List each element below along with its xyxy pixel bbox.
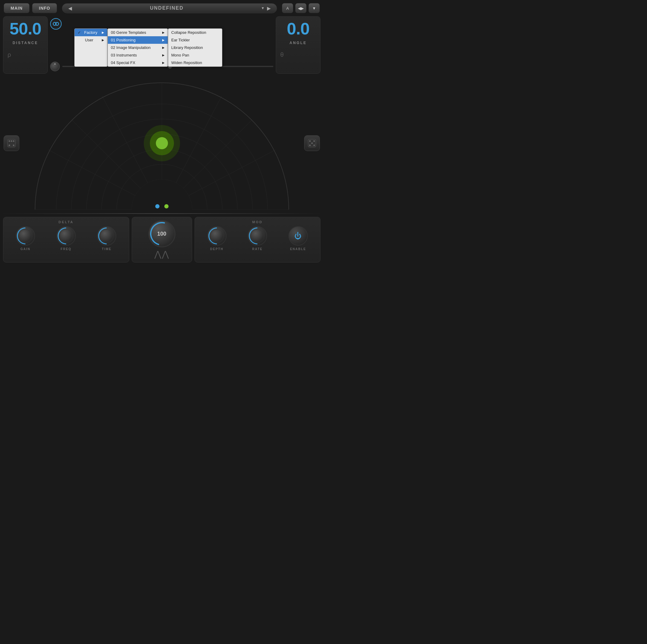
distance-label: DISTANCE <box>13 41 38 45</box>
positioning-submenu: Collapse Reposition Ear Tickler Library … <box>168 28 222 67</box>
divider <box>0 213 324 214</box>
freq-ring <box>54 224 78 248</box>
time-knob[interactable] <box>97 226 116 245</box>
main-level-knob[interactable]: 100 <box>148 220 175 247</box>
menu-collapse-reposition[interactable]: Collapse Reposition <box>168 29 222 36</box>
svg-point-7 <box>13 145 14 146</box>
small-knob[interactable] <box>50 62 60 71</box>
menu-library-reposition[interactable]: Library Reposition <box>168 44 222 51</box>
factory-menu-item[interactable]: ✓ Factory ▶ <box>75 29 107 36</box>
time-knob-container: TIME <box>97 226 116 251</box>
depth-knob-container: DEPTH <box>207 226 226 251</box>
bottom-section: DELTA GAIN FREQ <box>0 214 324 265</box>
menu-mono-pan[interactable]: Mono Pan <box>168 51 222 59</box>
time-ring <box>95 224 119 248</box>
theta-icon: θ <box>280 51 284 58</box>
preset-next-button[interactable]: ▶ <box>265 5 273 11</box>
mod-knobs-row: DEPTH RATE ⏻ ENABLE <box>198 226 317 251</box>
menu-positioning[interactable]: 01 Positioning ▶ <box>108 36 168 44</box>
special-arrow: ▶ <box>162 61 165 64</box>
user-menu-item[interactable]: User ▶ <box>75 36 107 44</box>
radar-wrapper <box>0 74 324 213</box>
indicator-row <box>155 204 168 208</box>
link-icon[interactable] <box>50 18 62 29</box>
svg-point-23 <box>313 140 315 142</box>
a-button[interactable]: A <box>282 3 293 13</box>
knob-indicator <box>54 63 56 65</box>
rate-ring <box>245 224 270 248</box>
user-label: User <box>85 38 93 42</box>
preset-area: ◀ UNDEFINED ▼ ▶ <box>62 3 277 13</box>
gain-knob-container: GAIN <box>16 226 35 251</box>
menu-ear-tickler[interactable]: Ear Tickler <box>168 36 222 44</box>
rate-label: RATE <box>252 247 263 251</box>
rate-knob-container: RATE <box>248 226 267 251</box>
preset-row: ✓ Factory ▶ User ▶ 00 Genre T <box>50 16 273 31</box>
delta-knobs-row: GAIN FREQ TIME <box>6 226 126 251</box>
dice-left-button[interactable] <box>4 135 19 151</box>
main-button[interactable]: MAIN <box>4 3 29 13</box>
menu-widen-reposition[interactable]: Widen Reposition <box>168 59 222 66</box>
blue-indicator <box>155 204 159 208</box>
main-menu: ✓ Factory ▶ User ▶ <box>74 28 107 67</box>
delta-panel: DELTA GAIN FREQ <box>3 217 129 263</box>
svg-point-4 <box>11 140 12 142</box>
instruments-arrow: ▶ <box>162 54 165 57</box>
svg-point-26 <box>313 145 315 146</box>
gain-knob[interactable] <box>16 226 35 245</box>
main-knob-ring <box>146 218 178 250</box>
angle-label: ANGLE <box>290 41 307 45</box>
genre-arrow: ▶ <box>162 31 165 34</box>
depth-ring <box>205 224 229 248</box>
preset-prev-button[interactable]: ◀ <box>66 5 74 11</box>
depth-label: DEPTH <box>210 247 223 251</box>
menu-image-manipulation[interactable]: 02 Image Manipulation ▶ <box>108 44 168 51</box>
menu-image-label: 02 Image Manipulation <box>111 45 151 50</box>
collapse-reposition-label: Collapse Reposition <box>171 30 206 35</box>
library-reposition-label: Library Reposition <box>171 45 203 50</box>
top-bar: MAIN INFO ◀ UNDEFINED ▼ ▶ A ◀▶ ▼ <box>0 0 324 16</box>
mono-pan-label: Mono Pan <box>171 53 189 57</box>
ear-tickler-label: Ear Tickler <box>171 38 190 42</box>
widen-reposition-label: Widen Reposition <box>171 60 202 65</box>
svg-point-25 <box>309 145 311 146</box>
swap-button[interactable]: ◀▶ <box>295 3 306 13</box>
logo: ⋀⋀ <box>154 249 169 259</box>
info-button[interactable]: INFO <box>32 3 57 13</box>
top-right-buttons: A ◀▶ ▼ <box>282 3 320 13</box>
expand-button[interactable]: ▼ <box>308 3 320 13</box>
delta-title: DELTA <box>6 220 126 224</box>
menu-instruments[interactable]: 03 Instruments ▶ <box>108 51 168 59</box>
center-bottom-panel: 100 ⋀⋀ <box>132 217 192 263</box>
depth-knob[interactable] <box>207 226 226 245</box>
menu-positioning-label: 01 Positioning <box>111 38 136 42</box>
enable-knob-container: ⏻ ENABLE <box>288 226 308 251</box>
menu-genre-templates[interactable]: 00 Genre Templates ▶ <box>108 29 168 36</box>
svg-point-3 <box>9 140 10 142</box>
enable-button[interactable]: ⏻ <box>288 226 308 245</box>
menu-special-fx[interactable]: 04 Special FX ▶ <box>108 59 168 66</box>
gain-ring <box>14 224 38 248</box>
main-content: 50.0 ρ DISTANCE ✓ <box>0 16 324 74</box>
preset-dropdown-arrow: ▼ <box>261 6 265 10</box>
gain-label: GAIN <box>20 247 30 251</box>
freq-label: FREQ <box>61 247 72 251</box>
svg-point-20 <box>156 137 168 149</box>
dice-right-button[interactable] <box>304 135 320 151</box>
svg-point-6 <box>9 145 10 146</box>
rate-knob[interactable] <box>248 226 267 245</box>
menu-special-label: 04 Special FX <box>111 60 135 65</box>
menu-genre-label: 00 Genre Templates <box>111 30 146 35</box>
factory-check: ✓ <box>78 30 81 35</box>
user-arrow: ▶ <box>102 39 104 42</box>
mod-title: MOD <box>198 220 317 224</box>
freq-knob-container: FREQ <box>57 226 76 251</box>
freq-knob[interactable] <box>57 226 76 245</box>
image-arrow: ▶ <box>162 46 165 49</box>
time-label: TIME <box>102 247 112 251</box>
svg-point-24 <box>311 143 313 144</box>
angle-value: 0.0 <box>287 20 310 37</box>
svg-point-5 <box>13 140 14 142</box>
menu-overlay: ✓ Factory ▶ User ▶ 00 Genre T <box>74 28 222 67</box>
right-panel: 0.0 θ ANGLE <box>276 16 320 74</box>
